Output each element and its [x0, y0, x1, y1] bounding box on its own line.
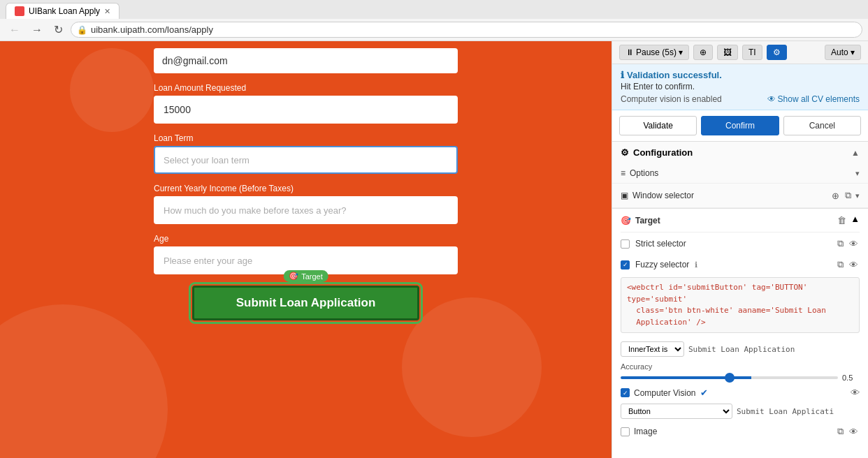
window-selector-section: ▣ Window selector ⊕ ⧉ ▾	[612, 184, 868, 208]
active-tab[interactable]: UIBank Loan Apply ✕	[6, 3, 120, 19]
button-type-row: Button Submit Loan Applicati	[621, 401, 860, 422]
strict-eye-icon[interactable]: 👁	[848, 237, 860, 251]
eye-icon: 👁	[767, 94, 776, 104]
strict-selector-checkbox[interactable]	[621, 239, 630, 249]
right-panel: ⏸ Pause (5s) ▾ ⊕ 🖼 TI ⚙ Auto ▾ ℹ Validat…	[612, 41, 868, 458]
target-tool-button[interactable]: ⊕	[693, 45, 713, 60]
innertext-select[interactable]: InnerText is	[621, 341, 684, 357]
target-config-section: 🎯 Target 🗑 ▲ Strict selector ⧉ 👁	[612, 209, 868, 448]
configuration-header[interactable]: ⚙ Configuration ▲	[612, 142, 868, 163]
auto-chevron-icon: ▾	[851, 47, 855, 57]
strict-selector-actions: ⧉ 👁	[836, 237, 860, 251]
target-config-title: 🎯 Target	[621, 216, 660, 226]
lock-icon: 🔒	[77, 25, 87, 35]
configuration-title: ⚙ Configuration	[621, 147, 693, 158]
image-checkbox[interactable]	[621, 427, 630, 436]
loan-amount-input[interactable]	[154, 96, 458, 124]
image-tool-button[interactable]: 🖼	[717, 45, 738, 60]
innertext-row: InnerText is Submit Loan Application	[621, 339, 860, 360]
cv-checkbox[interactable]	[621, 388, 630, 397]
validation-title: ℹ Validation successful.	[621, 70, 860, 80]
selector-code-block: <webctrl id='submitButton' tag='BUTTON' …	[621, 277, 860, 333]
reload-button[interactable]: ↻	[50, 22, 66, 38]
cv-eye-icon[interactable]: 👁	[851, 387, 860, 398]
cv-label: Computer Vision	[634, 388, 696, 398]
cancel-button[interactable]: Cancel	[783, 116, 861, 135]
fuzzy-eye-icon[interactable]: 👁	[848, 258, 860, 272]
window-add-icon[interactable]: ⊕	[830, 189, 841, 202]
tab-bar: UIBank Loan Apply ✕	[0, 0, 868, 19]
accuracy-slider[interactable]	[621, 376, 838, 379]
submit-wrapper: 🎯 Target Submit Loan Application	[154, 286, 458, 320]
options-label: Options	[630, 168, 658, 178]
cv-verified-icon: ✔	[700, 387, 708, 398]
show-cv-text: Show all CV elements	[778, 94, 860, 104]
accuracy-slider-row: 0.5	[621, 374, 860, 382]
show-cv-link[interactable]: 👁 Show all CV elements	[767, 94, 860, 104]
validation-success-text: Validation successful.	[627, 70, 722, 80]
config-chevron-icon: ▲	[851, 148, 860, 158]
options-header[interactable]: ≡ Options ▾	[612, 163, 868, 183]
fuzzy-info-icon[interactable]: ℹ	[695, 260, 697, 269]
info-icon: ℹ	[621, 70, 624, 80]
target-icon: 🎯	[289, 272, 298, 281]
back-button[interactable]: ←	[6, 22, 24, 38]
window-selector-actions: ⊕ ⧉ ▾	[830, 189, 860, 202]
pause-button[interactable]: ⏸ Pause (5s) ▾	[619, 45, 689, 60]
loan-form-area: dn@gmail.com Loan Amount Requested Loan …	[0, 41, 612, 458]
window-icon: ▣	[621, 191, 628, 200]
image-eye-icon[interactable]: 👁	[848, 424, 860, 438]
target-config-label: Target	[635, 216, 660, 226]
tab-title: UIBank Loan Apply	[29, 6, 100, 16]
income-input[interactable]	[154, 196, 458, 224]
pause-chevron-icon: ▾	[679, 47, 683, 57]
cv-enabled-row: Computer vision is enabled 👁 Show all CV…	[621, 94, 860, 104]
browser-chrome: UIBank Loan Apply ✕ ← → ↻ 🔒 uibank.uipat…	[0, 0, 868, 41]
confirm-button[interactable]: Confirm	[701, 116, 779, 135]
validate-button[interactable]: Validate	[619, 116, 697, 135]
window-selector-label: Window selector	[632, 191, 694, 200]
options-section: ≡ Options ▾	[612, 163, 868, 184]
submit-button[interactable]: Submit Loan Application	[192, 286, 420, 320]
fuzzy-selector-actions: ⧉ 👁	[836, 258, 860, 272]
auto-button[interactable]: Auto ▾	[825, 45, 861, 60]
panel-toolbar: ⏸ Pause (5s) ▾ ⊕ 🖼 TI ⚙ Auto ▾	[612, 41, 868, 64]
target-collapse-icon: ▲	[851, 214, 860, 227]
window-selector-header[interactable]: ▣ Window selector ⊕ ⧉ ▾	[612, 184, 868, 207]
url-bar[interactable]: 🔒 uibank.uipath.com/loans/apply	[71, 22, 862, 38]
options-icon: ≡	[621, 168, 625, 178]
address-bar: ← → ↻ 🔒 uibank.uipath.com/loans/apply	[0, 19, 868, 40]
deco-circle-3	[70, 48, 154, 132]
loan-amount-group: Loan Amount Requested	[154, 83, 458, 124]
options-chevron-icon: ▾	[855, 169, 860, 178]
accuracy-row: Accuracy 0.5	[621, 360, 860, 385]
target-config-header: 🎯 Target 🗑 ▲	[621, 209, 860, 232]
income-label: Current Yearly Income (Before Taxes)	[154, 184, 458, 193]
url-text: uibank.uipath.com/loans/apply	[91, 24, 213, 35]
income-group: Current Yearly Income (Before Taxes)	[154, 184, 458, 224]
action-row: Validate Confirm Cancel	[612, 110, 868, 142]
configuration-section: ⚙ Configuration ▲ ≡ Options ▾	[612, 142, 868, 209]
image-copy-icon[interactable]: ⧉	[836, 424, 845, 438]
fuzzy-selector-checkbox[interactable]	[621, 260, 630, 269]
validation-banner: ℹ Validation successful. Hit Enter to co…	[612, 64, 868, 110]
loan-term-label: Loan Term	[154, 133, 458, 143]
window-copy-icon[interactable]: ⧉	[844, 189, 853, 202]
loan-term-input[interactable]	[154, 146, 458, 174]
strict-copy-icon[interactable]: ⧉	[836, 237, 845, 251]
text-tool-button[interactable]: TI	[742, 45, 762, 60]
button-type-select[interactable]: Button	[621, 404, 732, 419]
window-selector-title: ▣ Window selector	[621, 191, 694, 200]
settings-tool-button[interactable]: ⚙	[767, 45, 787, 60]
cv-enabled-text: Computer vision is enabled	[621, 94, 722, 104]
pause-icon: ⏸	[625, 47, 634, 57]
target-badge: 🎯 Target	[283, 270, 328, 282]
computer-vision-row: Computer Vision ✔ 👁	[621, 385, 860, 401]
auto-label: Auto	[831, 47, 848, 57]
forward-button[interactable]: →	[28, 22, 46, 38]
tab-close-icon[interactable]: ✕	[104, 7, 110, 16]
fuzzy-copy-icon[interactable]: ⧉	[836, 258, 845, 272]
target-delete-icon[interactable]: 🗑	[836, 214, 848, 227]
email-display: dn@gmail.com	[154, 48, 458, 73]
accuracy-value: 0.5	[842, 374, 860, 382]
